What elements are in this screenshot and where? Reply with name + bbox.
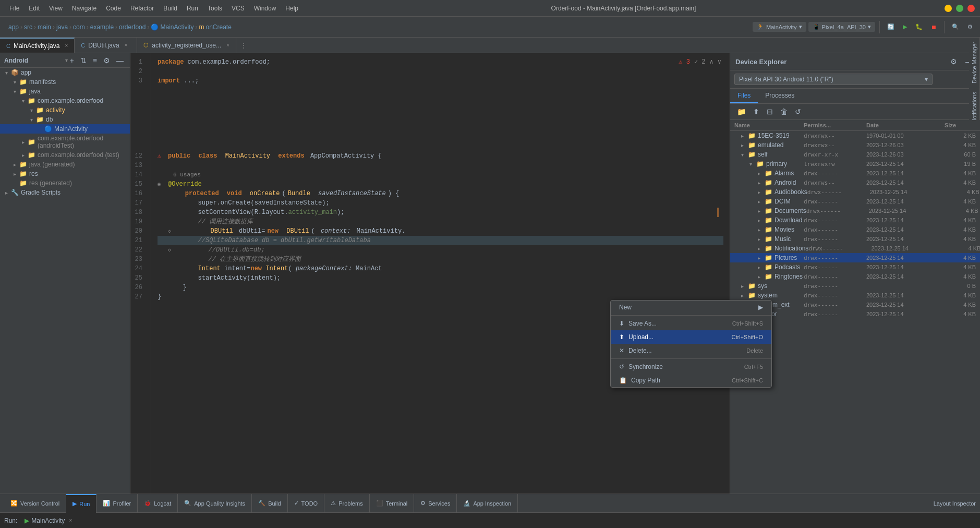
bottom-tab-run[interactable]: ▶ Run bbox=[66, 494, 96, 513]
file-row[interactable]: ▾ 📁 self drwxr-xr-x 2023-12-26 03 60 B bbox=[730, 150, 980, 159]
tab-overflow[interactable]: ⋮ bbox=[236, 38, 251, 53]
file-row-pictures[interactable]: ▸ 📁 Pictures drwx------ 2023-12-25 14 4 … bbox=[730, 253, 980, 262]
bc-orderfood[interactable]: orderfood bbox=[119, 23, 146, 31]
file-row-system[interactable]: ▸ 📁 system drwx------ 2023-12-25 14 4 KB bbox=[730, 291, 980, 300]
tab-close-button2[interactable]: × bbox=[125, 42, 128, 48]
window-controls[interactable] bbox=[945, 5, 975, 12]
tab-dbutil[interactable]: C DBUtil.java × bbox=[75, 38, 137, 53]
tree-item-app[interactable]: ▾ 📦 app bbox=[0, 68, 130, 77]
bottom-tab-problems[interactable]: ⚠ Problems bbox=[324, 494, 369, 513]
tree-item-res[interactable]: ▸ 📁 res bbox=[0, 169, 130, 178]
sidebar-settings-button[interactable]: ⚙ bbox=[101, 55, 112, 66]
search-button[interactable]: 🔍 bbox=[949, 21, 962, 32]
menu-view[interactable]: View bbox=[45, 3, 67, 14]
tree-item-db[interactable]: ▾ 📁 db bbox=[0, 115, 130, 124]
bottom-tab-logcat[interactable]: 🐞 Logcat bbox=[138, 494, 178, 513]
menu-vcs[interactable]: VCS bbox=[227, 3, 249, 14]
context-menu-copypath[interactable]: 📋 Copy Path Ctrl+Shift+C bbox=[611, 374, 771, 387]
bottom-tab-build[interactable]: 🔨 Build bbox=[252, 494, 287, 513]
tree-item-res-gen[interactable]: 📁 res (generated) bbox=[0, 178, 130, 188]
device-settings-button[interactable]: ⚙ bbox=[948, 56, 959, 67]
add-item-button[interactable]: + bbox=[68, 55, 76, 66]
bc-oncreate[interactable]: onCreate bbox=[205, 23, 231, 31]
tree-item-java-gen[interactable]: ▸ 📁 java (generated) bbox=[0, 160, 130, 169]
context-menu-new[interactable]: New ▶ bbox=[611, 301, 771, 314]
settings-button[interactable]: ⚙ bbox=[964, 21, 976, 32]
menu-build[interactable]: Build bbox=[159, 3, 182, 14]
menu-tools[interactable]: Tools bbox=[203, 3, 226, 14]
file-row[interactable]: ▸ 📁 Music drwx------ 2023-12-25 14 4 KB bbox=[730, 234, 980, 244]
code-editor[interactable]: 1 2 3 12 13 14 15 16 17 18 19 20 21 22 2… bbox=[130, 53, 730, 494]
context-menu-upload[interactable]: ⬆ Upload... Ctrl+Shift+O bbox=[611, 330, 771, 344]
file-row-sys[interactable]: ▸ 📁 sys drwx------ 0 B bbox=[730, 281, 980, 291]
nav-up[interactable]: ∧ bbox=[710, 57, 713, 67]
menu-run[interactable]: Run bbox=[183, 3, 202, 14]
file-row[interactable]: ▸ 📁 Documents drwx------ 2023-12-25 14 4… bbox=[730, 206, 980, 215]
tab-close-button[interactable]: × bbox=[65, 43, 68, 49]
expand-all-button[interactable]: ⇅ bbox=[78, 55, 89, 66]
context-menu-synchronize[interactable]: ↺ Synchronize Ctrl+F5 bbox=[611, 360, 771, 374]
menu-refactor[interactable]: Refactor bbox=[126, 3, 158, 14]
run-tab-close[interactable]: × bbox=[69, 518, 72, 523]
bottom-tab-terminal[interactable]: ⬛ Terminal bbox=[370, 494, 415, 513]
bottom-tab-versioncontrol[interactable]: 🔀 Version Control bbox=[4, 494, 66, 513]
bottom-tab-services[interactable]: ⚙ Services bbox=[414, 494, 457, 513]
bottom-tab-todo[interactable]: ✓ TODO bbox=[288, 494, 325, 513]
tab-mainactivity[interactable]: C MainActivity.java × bbox=[0, 38, 75, 53]
debug-button[interactable]: 🐛 bbox=[912, 21, 926, 32]
tab-close-button3[interactable]: × bbox=[226, 42, 229, 48]
context-menu-delete[interactable]: ✕ Delete... Delete bbox=[611, 344, 771, 357]
bottom-tab-profiler[interactable]: 📊 Profiler bbox=[96, 494, 138, 513]
tree-item-mainactivity[interactable]: 🔵 MainActivity bbox=[0, 124, 130, 134]
bottom-tab-appinspection[interactable]: 🔬 App Inspection bbox=[457, 494, 518, 513]
bottom-tab-appquality[interactable]: 🔍 App Quality Insights bbox=[178, 494, 252, 513]
menu-help[interactable]: Help bbox=[281, 3, 303, 14]
sync-button[interactable]: 🔄 bbox=[884, 21, 898, 32]
file-row[interactable]: ▾ 📁 primary lrwxrwxrw 2023-12-25 14 19 B bbox=[730, 159, 980, 169]
menu-navigate[interactable]: Navigate bbox=[68, 3, 101, 14]
menu-edit[interactable]: Edit bbox=[25, 3, 44, 14]
upload-button[interactable]: ⬆ bbox=[751, 106, 762, 117]
file-row[interactable]: ▸ 📁 emulated drwxrwx-- 2023-12-26 03 4 K… bbox=[730, 140, 980, 150]
device-selector[interactable]: 📱 Pixel_4a_API_30 ▾ bbox=[808, 22, 875, 32]
run-tab-mainactivity[interactable]: ▶ MainActivity × bbox=[21, 516, 75, 525]
stop-button[interactable]: ⏹ bbox=[928, 22, 940, 32]
bc-mainactivity[interactable]: MainActivity bbox=[160, 23, 193, 31]
delete-button[interactable]: 🗑 bbox=[778, 106, 790, 117]
nav-down[interactable]: ∨ bbox=[718, 57, 721, 67]
bc-main[interactable]: main bbox=[38, 23, 51, 31]
close-button[interactable] bbox=[967, 5, 975, 12]
file-row[interactable]: ▸ 📁 Movies drwx------ 2023-12-25 14 4 KB bbox=[730, 225, 980, 234]
tree-item-java[interactable]: ▾ 📁 java bbox=[0, 87, 130, 96]
menu-bar[interactable]: File Edit View Navigate Code Refactor Bu… bbox=[5, 3, 303, 14]
collapse-all-button[interactable]: ≡ bbox=[91, 55, 99, 66]
device-dropdown[interactable]: Pixel 4a API 30 Android 11.0 ("R") ▾ bbox=[734, 74, 933, 85]
file-row[interactable]: ▸ 📁 Android drwxrws-- 2023-12-25 14 4 KB bbox=[730, 178, 980, 187]
config-selector[interactable]: 🏃 MainActivity ▾ bbox=[753, 22, 806, 32]
file-row-download[interactable]: ▸ 📁 Download drwx------ 2023-12-25 14 4 … bbox=[730, 215, 980, 225]
sidebar-hide-button[interactable]: — bbox=[114, 55, 126, 66]
tree-item-test[interactable]: ▸ 📁 com.example.orderfood (test) bbox=[0, 150, 130, 160]
sidebar-toolbar[interactable]: + ⇅ ≡ ⚙ — bbox=[68, 55, 126, 66]
file-row[interactable]: ▸ 📁 Podcasts drwx------ 2023-12-25 14 4 … bbox=[730, 262, 980, 272]
layout-inspector-label[interactable]: Layout Inspector bbox=[934, 500, 976, 507]
bc-app[interactable]: app bbox=[8, 23, 19, 31]
tree-item-activity[interactable]: ▾ 📁 activity bbox=[0, 105, 130, 115]
new-folder-button[interactable]: 📁 bbox=[734, 106, 748, 117]
refresh-button[interactable]: ↺ bbox=[792, 106, 804, 117]
tree-item-gradle[interactable]: ▸ 🔧 Gradle Scripts bbox=[0, 188, 130, 197]
device-tab-processes[interactable]: Processes bbox=[758, 89, 802, 103]
file-row[interactable]: ▸ 📁 Alarms drwx------ 2023-12-25 14 4 KB bbox=[730, 169, 980, 178]
file-row[interactable]: ▸ 📁 15EC-3519 drwxrwx-- 1970-01-01 00 2 … bbox=[730, 131, 980, 140]
run-button[interactable]: ▶ bbox=[900, 21, 910, 32]
menu-file[interactable]: File bbox=[5, 3, 23, 14]
code-content[interactable]: ⚠ 3 ✓ 2 ∧ ∨ package com.example.orderfoo… bbox=[151, 53, 730, 494]
menu-window[interactable]: Window bbox=[250, 3, 281, 14]
minimize-button[interactable] bbox=[945, 5, 952, 12]
maximize-button[interactable] bbox=[956, 5, 963, 12]
tab-activity[interactable]: ⬡ activity_registered_use... × bbox=[137, 38, 236, 53]
file-row-notifications[interactable]: ▸ 📁 Notifications drwx------ 2023-12-25 … bbox=[730, 244, 980, 253]
bc-example[interactable]: example bbox=[90, 23, 114, 31]
file-row[interactable]: ▸ 📁 DCIM drwx------ 2023-12-25 14 4 KB bbox=[730, 197, 980, 206]
device-tab-files[interactable]: Files bbox=[730, 89, 758, 103]
